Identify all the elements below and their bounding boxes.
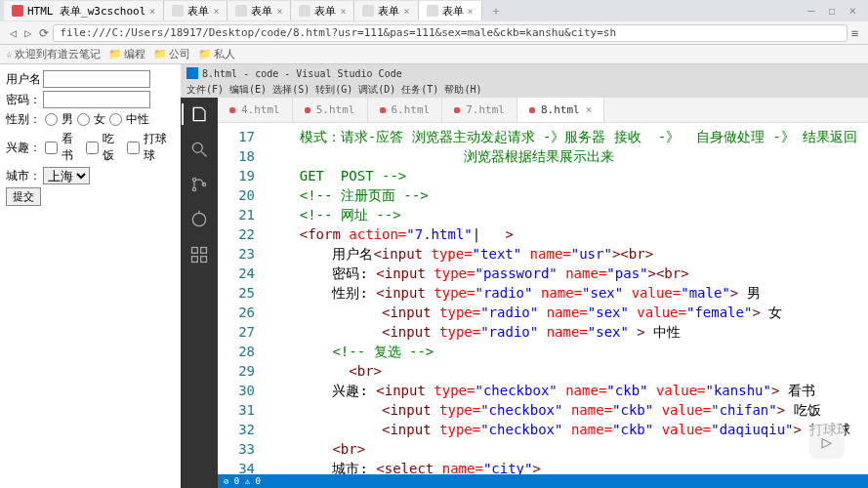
vscode-menu-bar: 文件(F) 编辑(E) 选择(S) 转到(G) 调试(D) 任务(T) 帮助(H…	[181, 82, 868, 98]
city-select[interactable]: 上海	[43, 167, 90, 184]
refresh-icon[interactable]: ⟳	[39, 26, 49, 40]
username-input[interactable]	[43, 70, 150, 88]
video-play-overlay-icon[interactable]: ▷	[809, 424, 845, 459]
status-problems[interactable]: ⊘ 0 ⚠ 0	[224, 476, 261, 486]
hobby-chifan-checkbox[interactable]	[86, 142, 99, 154]
favicon-icon	[362, 5, 374, 17]
close-icon[interactable]: ×	[149, 6, 155, 17]
close-icon[interactable]: ×	[403, 6, 409, 17]
bookmark-folder[interactable]: 📁 私人	[198, 47, 235, 61]
close-icon[interactable]: ×	[340, 6, 346, 17]
svg-rect-9	[192, 257, 198, 263]
back-icon[interactable]: ◁	[10, 26, 17, 40]
bookmarks-bar: ☆ 欢迎到有道云笔记 📁 编程 📁 公司 📁 私人	[0, 45, 868, 64]
submit-button[interactable]: 提交	[6, 187, 41, 206]
editor-tab[interactable]: 7.html	[442, 98, 517, 122]
html-file-icon	[529, 107, 535, 113]
forward-icon[interactable]: ▷	[24, 26, 31, 40]
menu-help[interactable]: 帮助(H)	[444, 83, 481, 97]
vscode-title-bar: 8.html - code - Visual Studio Code	[181, 64, 868, 82]
svg-line-1	[202, 152, 207, 157]
hobby-daqiu-checkbox[interactable]	[127, 142, 140, 154]
browser-tab[interactable]: HTML 表单_w3cschool×	[4, 1, 164, 20]
close-icon[interactable]: ×	[468, 6, 474, 17]
menu-select[interactable]: 选择(S)	[272, 83, 310, 97]
explorer-icon[interactable]	[182, 103, 217, 125]
html-file-icon	[305, 107, 310, 113]
editor-tab[interactable]: 4.html	[218, 98, 293, 122]
bookmark-folder[interactable]: 📁 公司	[153, 47, 190, 61]
favicon-icon	[12, 5, 23, 17]
sex-male-radio[interactable]	[45, 113, 58, 126]
editor-tab-active[interactable]: 8.html×	[517, 98, 604, 122]
svg-point-3	[192, 187, 195, 190]
browser-tab-active[interactable]: 表单×	[419, 1, 482, 20]
activity-bar	[181, 98, 218, 488]
html-file-icon	[229, 107, 235, 113]
username-label: 用户名	[6, 71, 41, 88]
sex-female-radio[interactable]	[77, 113, 90, 126]
svg-point-5	[192, 213, 205, 225]
favicon-icon	[427, 5, 438, 17]
sex-label: 性别：	[6, 111, 41, 128]
editor-tab[interactable]: 6.html	[368, 98, 443, 122]
bookmark-folder[interactable]: 📁 编程	[108, 47, 145, 61]
html-file-icon	[380, 107, 386, 113]
source-control-icon[interactable]	[188, 174, 210, 195]
menu-icon[interactable]: ≡	[851, 26, 858, 40]
browser-tab[interactable]: 表单×	[291, 1, 354, 20]
browser-tab[interactable]: 表单×	[227, 1, 291, 20]
password-label: 密码：	[6, 92, 41, 108]
maximize-icon[interactable]: ☐	[829, 4, 836, 18]
menu-goto[interactable]: 转到(G)	[315, 83, 352, 97]
status-bar: ⊘ 0 ⚠ 0	[218, 474, 868, 488]
browser-tab-strip: HTML 表单_w3cschool× 表单× 表单× 表单× 表单× 表单× ＋…	[0, 0, 868, 21]
rendered-page: 用户名 密码： 性别： 男 女 中性 兴趣： 看书 吃饭 打球球 城市： 上海 …	[0, 64, 181, 488]
city-label: 城市：	[6, 168, 41, 184]
tab-title: HTML 表单_w3cschool	[27, 4, 145, 19]
search-icon[interactable]	[188, 139, 210, 160]
browser-tab[interactable]: 表单×	[164, 1, 227, 20]
password-input[interactable]	[43, 91, 150, 108]
code-content[interactable]: 模式：请求-应答 浏览器主动发起请求 -》服务器 接收 -》 自身做处理 -》 …	[267, 123, 868, 474]
menu-debug[interactable]: 调试(D)	[358, 83, 395, 97]
svg-rect-7	[192, 248, 198, 254]
hobby-kanshu-checkbox[interactable]	[45, 142, 58, 154]
favicon-icon	[299, 5, 310, 17]
vscode-window: 8.html - code - Visual Studio Code 文件(F)…	[181, 64, 868, 488]
favicon-icon	[172, 5, 184, 17]
editor-group: 4.html 5.html 6.html 7.html 8.html× 1718…	[218, 98, 868, 488]
address-bar: ◁ ▷ ⟳ ≡	[0, 21, 868, 45]
debug-icon[interactable]	[188, 209, 210, 230]
svg-rect-8	[201, 248, 207, 254]
favicon-icon	[235, 5, 247, 17]
sex-neutral-radio[interactable]	[109, 113, 122, 126]
tab-title: 表单	[378, 4, 399, 19]
svg-point-0	[192, 142, 202, 152]
html-file-icon	[454, 107, 460, 113]
editor-tab[interactable]: 5.html	[293, 98, 368, 122]
new-tab-button[interactable]: ＋	[482, 3, 510, 20]
tab-title: 表单	[251, 4, 272, 19]
browser-tab[interactable]: 表单×	[354, 1, 418, 20]
hobby-label: 兴趣：	[6, 140, 41, 156]
svg-rect-10	[201, 257, 207, 263]
close-icon[interactable]: ×	[213, 6, 219, 17]
menu-task[interactable]: 任务(T)	[401, 83, 438, 97]
code-editor[interactable]: 1718192021222324252627282930313233343536…	[218, 123, 868, 474]
menu-edit[interactable]: 编辑(E)	[229, 83, 267, 97]
editor-tab-strip: 4.html 5.html 6.html 7.html 8.html×	[218, 98, 868, 123]
url-input[interactable]	[53, 24, 847, 42]
bookmark-star-icon[interactable]: ☆ 欢迎到有道云笔记	[6, 47, 101, 61]
vscode-logo-icon	[186, 67, 198, 79]
close-window-icon[interactable]: ×	[849, 4, 856, 18]
line-gutter: 1718192021222324252627282930313233343536…	[218, 123, 267, 474]
window-controls: — ☐ ×	[807, 4, 868, 18]
menu-file[interactable]: 文件(F)	[186, 83, 224, 97]
minimize-icon[interactable]: —	[807, 4, 814, 18]
tab-title: 表单	[442, 4, 464, 19]
extensions-icon[interactable]	[188, 244, 210, 265]
tab-title: 表单	[187, 4, 209, 19]
close-icon[interactable]: ×	[586, 103, 593, 116]
close-icon[interactable]: ×	[276, 6, 282, 17]
